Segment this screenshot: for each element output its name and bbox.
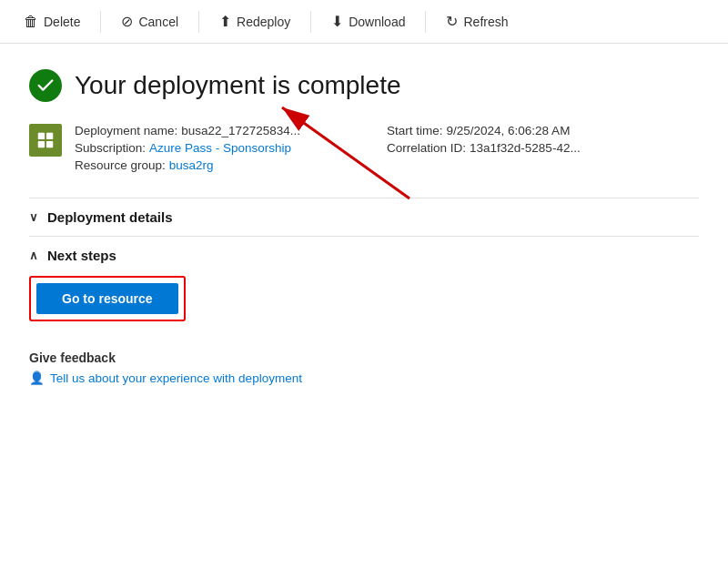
feedback-link-label: Tell us about your experience with deplo… — [50, 371, 302, 385]
subscription-label: Subscription: — [75, 141, 146, 155]
subscription-row: Subscription: Azure Pass - Sponsorship — [75, 141, 387, 155]
next-steps-header[interactable]: ∧ Next steps — [29, 248, 699, 263]
svg-rect-4 — [38, 141, 45, 147]
chevron-up-icon: ∧ — [29, 249, 38, 262]
main-content: Your deployment is complete Deployment n… — [0, 44, 728, 411]
subscription-link[interactable]: Azure Pass - Sponsorship — [149, 141, 291, 155]
redeploy-icon: ⬆ — [219, 13, 231, 30]
cancel-button[interactable]: ⊘ Cancel — [112, 9, 187, 34]
redeploy-button[interactable]: ⬆ Redeploy — [210, 9, 299, 34]
deployment-name-value: busa22_172725834... — [181, 124, 300, 137]
delete-icon: 🗑 — [24, 14, 38, 30]
info-left: Deployment name: busa22_172725834... Sub… — [75, 124, 387, 172]
svg-rect-3 — [46, 133, 53, 139]
separator-2 — [198, 11, 199, 33]
cancel-icon: ⊘ — [121, 13, 133, 30]
deployment-details-section: ∨ Deployment details — [29, 198, 699, 236]
resource-group-link[interactable]: busa2rg — [169, 158, 214, 172]
refresh-icon: ↻ — [446, 13, 458, 30]
feedback-section: Give feedback 👤 Tell us about your exper… — [29, 332, 699, 385]
download-button[interactable]: ⬇ Download — [322, 9, 414, 34]
success-icon — [29, 69, 62, 102]
correlation-row: Correlation ID: 13a1f32d-5285-42... — [387, 141, 699, 155]
correlation-label: Correlation ID: — [387, 141, 466, 155]
go-to-resource-button[interactable]: Go to resource — [36, 283, 178, 314]
cancel-label: Cancel — [138, 15, 178, 29]
resource-group-label: Resource group: — [75, 158, 166, 172]
deployment-details-header[interactable]: ∨ Deployment details — [29, 209, 699, 225]
deployment-details-label: Deployment details — [47, 209, 173, 225]
resource-group-row: Resource group: busa2rg — [75, 158, 387, 172]
chevron-down-icon: ∨ — [29, 210, 38, 224]
success-header: Your deployment is complete — [29, 69, 699, 102]
svg-rect-2 — [38, 133, 45, 139]
start-time-label: Start time: — [387, 124, 443, 137]
info-grid: Deployment name: busa22_172725834... Sub… — [29, 124, 699, 172]
svg-rect-5 — [46, 141, 53, 147]
deployment-icon — [29, 124, 62, 157]
start-time-row: Start time: 9/25/2024, 6:06:28 AM — [387, 124, 699, 137]
go-to-resource-wrapper: Go to resource — [29, 276, 186, 321]
next-steps-section: ∧ Next steps Go to resource — [29, 236, 699, 332]
next-steps-label: Next steps — [47, 248, 116, 263]
start-time-value: 9/25/2024, 6:06:28 AM — [447, 124, 571, 137]
delete-label: Delete — [44, 15, 80, 29]
separator-4 — [425, 11, 426, 33]
delete-button[interactable]: 🗑 Delete — [15, 10, 89, 34]
download-label: Download — [349, 15, 405, 29]
deployment-name-row: Deployment name: busa22_172725834... — [75, 124, 387, 137]
page-title: Your deployment is complete — [75, 71, 401, 100]
next-steps-content: Go to resource — [29, 263, 699, 321]
redeploy-label: Redeploy — [237, 15, 290, 29]
separator-3 — [310, 11, 311, 33]
separator-1 — [100, 11, 101, 33]
download-icon: ⬇ — [331, 13, 343, 30]
feedback-title: Give feedback — [29, 351, 699, 365]
refresh-label: Refresh — [463, 15, 508, 29]
toolbar: 🗑 Delete ⊘ Cancel ⬆ Redeploy ⬇ Download … — [0, 0, 728, 44]
refresh-button[interactable]: ↻ Refresh — [437, 9, 517, 34]
feedback-icon: 👤 — [29, 371, 45, 385]
info-right: Start time: 9/25/2024, 6:06:28 AM Correl… — [387, 124, 699, 155]
correlation-value: 13a1f32d-5285-42... — [470, 141, 581, 155]
deployment-name-label: Deployment name: — [75, 124, 177, 137]
feedback-link[interactable]: 👤 Tell us about your experience with dep… — [29, 371, 699, 385]
